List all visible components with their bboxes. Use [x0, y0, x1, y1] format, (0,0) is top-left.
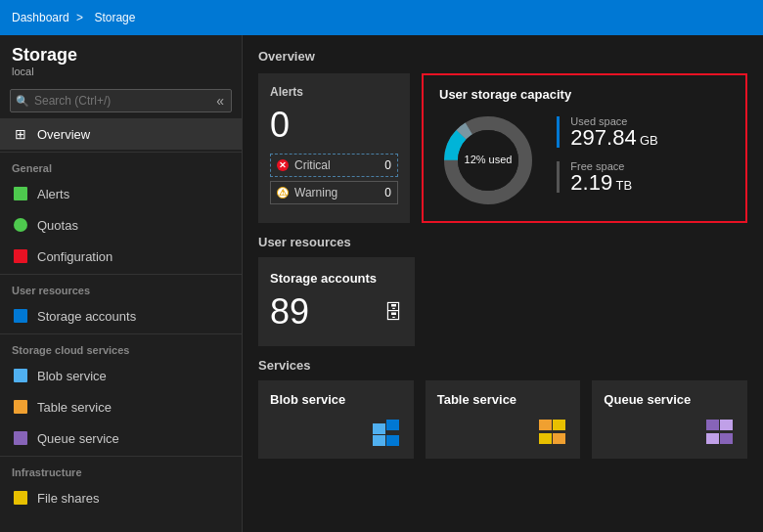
storage-accounts-card: Storage accounts 89 🗄 — [258, 257, 415, 346]
sidebar-item-table-service[interactable]: Table service — [0, 391, 242, 422]
free-space-bar — [557, 161, 560, 193]
section-user-resources: User resources — [0, 274, 242, 300]
services-title: Services — [258, 358, 747, 373]
svg-rect-7 — [386, 435, 399, 446]
user-resources-title: User resources — [258, 235, 747, 249]
search-icon: 🔍 — [16, 95, 29, 108]
donut-label: 12% used — [465, 154, 513, 166]
svg-rect-15 — [720, 433, 733, 444]
sidebar-nav: ⊞ Overview General Alerts Quotas — [0, 118, 242, 532]
queue-service-icon — [706, 420, 736, 447]
breadcrumb-storage: Storage — [94, 11, 135, 24]
used-space-value-row: 297.84 GB — [570, 127, 657, 149]
overview-title: Overview — [258, 49, 747, 64]
queue-service-card: Queue service — [592, 380, 747, 459]
sidebar-header: Storage local — [0, 35, 242, 83]
nav-blob-service-label: Blob service — [37, 369, 107, 383]
svg-rect-8 — [539, 420, 552, 430]
breadcrumb-sep: > — [76, 11, 83, 24]
nav-quotas-label: Quotas — [37, 218, 78, 233]
search-input[interactable] — [10, 89, 232, 112]
sidebar-item-file-shares[interactable]: File shares — [0, 482, 242, 513]
svg-rect-12 — [706, 420, 719, 430]
sidebar-item-alerts[interactable]: Alerts — [0, 178, 242, 209]
configuration-icon — [12, 247, 29, 265]
warning-label: Warning — [294, 186, 379, 200]
topbar: Dashboard > Storage — [0, 0, 763, 35]
file-shares-icon — [12, 489, 29, 507]
used-space-stat: Used space 297.84 GB — [557, 115, 730, 149]
svg-rect-11 — [553, 433, 565, 444]
free-space-info: Free space 2.19 TB — [570, 160, 632, 194]
warning-count: 0 — [384, 186, 391, 200]
breadcrumb-dashboard[interactable]: Dashboard — [12, 11, 69, 24]
alerts-card: Alerts 0 ✕ Critical 0 ⚠ Warning 0 — [258, 73, 410, 223]
used-space-bar — [557, 116, 560, 148]
critical-icon: ✕ — [277, 159, 289, 171]
storage-accounts-count: 89 — [270, 291, 309, 332]
svg-rect-13 — [720, 420, 733, 430]
sidebar-item-storage-accounts[interactable]: Storage accounts — [0, 300, 242, 332]
section-infrastructure: Infrastructure — [0, 456, 242, 482]
warning-alert-row: ⚠ Warning 0 — [270, 181, 398, 204]
sidebar-item-overview[interactable]: ⊞ Overview — [0, 118, 242, 150]
svg-rect-4 — [373, 423, 385, 434]
alerts-card-title: Alerts — [270, 85, 398, 99]
table-service-icon — [12, 398, 29, 416]
sidebar-item-configuration[interactable]: Configuration — [0, 241, 242, 272]
critical-alert-row: ✕ Critical 0 — [270, 154, 398, 177]
section-general: General — [0, 152, 242, 178]
blob-service-icon — [12, 367, 29, 384]
sidebar-item-queue-service[interactable]: Queue service — [0, 422, 242, 454]
table-service-icon — [539, 420, 568, 447]
nav-storage-accounts-label: Storage accounts — [37, 309, 136, 324]
overview-row: Alerts 0 ✕ Critical 0 ⚠ Warning 0 User s… — [258, 73, 747, 223]
sidebar-search-wrap: 🔍 « — [0, 83, 242, 118]
queue-service-label: Queue service — [604, 392, 736, 407]
free-space-value-row: 2.19 TB — [570, 172, 632, 194]
svg-rect-5 — [386, 420, 399, 430]
critical-count: 0 — [384, 158, 391, 172]
nav-table-service-label: Table service — [37, 400, 112, 415]
nav-file-shares-label: File shares — [37, 491, 100, 506]
search-wrap: 🔍 — [10, 89, 232, 112]
used-space-unit: GB — [640, 133, 658, 148]
storage-accounts-icon-inline: 🗄 — [383, 301, 403, 324]
user-resources-row: Storage accounts 89 🗄 — [258, 257, 747, 346]
svg-rect-10 — [539, 433, 552, 444]
nav-alerts-label: Alerts — [37, 187, 69, 201]
used-space-info: Used space 297.84 GB — [570, 115, 657, 149]
sidebar-item-blob-service[interactable]: Blob service — [0, 360, 242, 391]
donut-chart: 12% used — [439, 111, 537, 209]
svg-rect-9 — [553, 420, 565, 430]
blob-service-card: Blob service — [258, 380, 414, 459]
quotas-icon — [12, 216, 29, 234]
table-service-card: Table service — [426, 380, 581, 459]
capacity-title: User storage capacity — [439, 87, 730, 102]
sidebar: Storage local 🔍 « ⊞ Overview General — [0, 35, 243, 532]
svg-rect-6 — [373, 435, 385, 446]
main-content: Overview Alerts 0 ✕ Critical 0 ⚠ Warning… — [243, 35, 763, 532]
table-service-label: Table service — [437, 392, 569, 407]
svg-rect-14 — [706, 433, 719, 444]
used-space-value: 297.84 — [570, 125, 636, 150]
sidebar-title: Storage — [12, 45, 230, 66]
alerts-icon — [12, 185, 29, 202]
search-row: 🔍 « — [10, 89, 232, 112]
overview-icon: ⊞ — [12, 125, 29, 143]
nav-configuration-label: Configuration — [37, 249, 112, 264]
queue-service-icon-wrap — [604, 408, 736, 447]
collapse-button[interactable]: « — [208, 89, 232, 112]
storage-num-row: 89 🗄 — [270, 291, 403, 332]
free-space-value: 2.19 — [570, 170, 612, 195]
free-space-stat: Free space 2.19 TB — [557, 160, 730, 194]
free-space-unit: TB — [616, 178, 633, 193]
breadcrumb: Dashboard > Storage — [12, 11, 139, 24]
warning-icon: ⚠ — [277, 187, 289, 199]
blob-service-icon-wrap — [270, 408, 402, 447]
sidebar-item-quotas[interactable]: Quotas — [0, 209, 242, 241]
capacity-inner: 12% used Used space 297.84 GB — [439, 111, 730, 209]
capacity-content: User storage capacity — [439, 87, 730, 209]
section-storage-cloud: Storage cloud services — [0, 333, 242, 360]
nav-queue-service-label: Queue service — [37, 431, 119, 446]
